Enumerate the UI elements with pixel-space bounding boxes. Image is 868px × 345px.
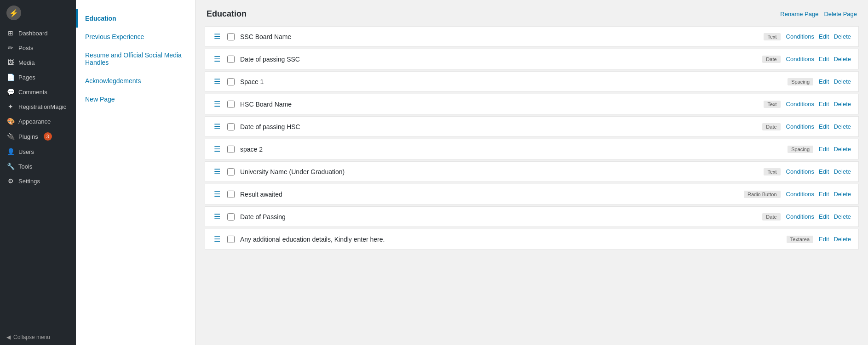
table-row: ☰ Any additional education details, Kind…	[205, 229, 859, 249]
field-type-badge: Spacing	[788, 78, 813, 85]
subnav-item-new-page[interactable]: New Page	[76, 90, 195, 108]
drag-handle-icon[interactable]: ☰	[213, 145, 222, 153]
field-type-badge: Text	[764, 101, 780, 108]
sidebar-item-label: Users	[18, 148, 34, 155]
conditions-link[interactable]: Conditions	[786, 168, 814, 175]
sidebar-item-label: Posts	[18, 45, 34, 51]
drag-handle-icon[interactable]: ☰	[213, 32, 222, 41]
delete-link[interactable]: Delete	[834, 213, 851, 220]
field-name-label: Result awaited	[240, 191, 736, 198]
field-actions: Conditions Edit Delete	[786, 123, 851, 130]
subnav-item-education[interactable]: Education	[76, 9, 195, 28]
conditions-link[interactable]: Conditions	[786, 123, 814, 130]
field-checkbox[interactable]	[227, 56, 235, 63]
conditions-link[interactable]: Conditions	[786, 101, 814, 107]
field-type-badge: Text	[764, 168, 780, 175]
conditions-link[interactable]: Conditions	[786, 191, 814, 198]
edit-link[interactable]: Edit	[819, 123, 829, 130]
sidebar-item-settings[interactable]: ⚙ Settings	[0, 174, 76, 188]
edit-link[interactable]: Edit	[819, 213, 829, 220]
edit-link[interactable]: Edit	[819, 101, 829, 107]
drag-handle-icon[interactable]: ☰	[213, 235, 222, 243]
collapse-label: Collapse menu	[13, 334, 50, 340]
plugins-icon: 🔌	[6, 133, 15, 140]
delete-link[interactable]: Delete	[834, 236, 851, 243]
sidebar-item-posts[interactable]: ✏ Posts	[0, 40, 76, 55]
page-title: Education	[207, 9, 247, 19]
drag-handle-icon[interactable]: ☰	[213, 100, 222, 108]
edit-link[interactable]: Edit	[819, 33, 829, 40]
edit-link[interactable]: Edit	[819, 146, 829, 153]
comments-icon: 💬	[6, 88, 15, 96]
sidebar-item-label: Tools	[18, 163, 32, 170]
drag-handle-icon[interactable]: ☰	[213, 167, 222, 176]
drag-handle-icon[interactable]: ☰	[213, 190, 222, 198]
field-actions: Edit Delete	[819, 146, 851, 153]
sidebar-item-appearance[interactable]: 🎨 Appearance	[0, 114, 76, 129]
delete-link[interactable]: Delete	[834, 78, 851, 85]
delete-link[interactable]: Delete	[834, 56, 851, 62]
conditions-link[interactable]: Conditions	[786, 213, 814, 220]
subnav-item-acknowlegdements[interactable]: Acknowlegdements	[76, 72, 195, 90]
drag-handle-icon[interactable]: ☰	[213, 77, 222, 86]
edit-link[interactable]: Edit	[819, 191, 829, 198]
field-type-badge: Date	[762, 213, 780, 221]
conditions-link[interactable]: Conditions	[786, 56, 814, 62]
sidebar-item-tools[interactable]: 🔧 Tools	[0, 159, 76, 174]
edit-link[interactable]: Edit	[819, 168, 829, 175]
wp-logo-icon: ⚡	[6, 6, 21, 20]
pages-icon: 📄	[6, 74, 15, 81]
sidebar-item-comments[interactable]: 💬 Comments	[0, 85, 76, 99]
field-checkbox[interactable]	[227, 78, 235, 85]
page-header: Education Rename Page Delete Page	[205, 9, 859, 19]
field-checkbox[interactable]	[227, 33, 235, 40]
appearance-icon: 🎨	[6, 118, 15, 125]
sidebar-item-label: Dashboard	[18, 30, 48, 37]
sidebar-item-label: Appearance	[18, 118, 51, 125]
field-checkbox[interactable]	[227, 101, 235, 108]
sidebar-item-registrationmagic[interactable]: ✦ RegistrationMagic	[0, 99, 76, 114]
edit-link[interactable]: Edit	[819, 78, 829, 85]
sidebar-item-media[interactable]: 🖼 Media	[0, 55, 76, 70]
collapse-menu[interactable]: ◀ Collapse menu	[0, 329, 76, 345]
delete-link[interactable]: Delete	[834, 146, 851, 153]
field-type-badge: Text	[764, 33, 780, 40]
field-name-label: Date of Passing	[240, 213, 754, 221]
delete-link[interactable]: Delete	[834, 33, 851, 40]
drag-handle-icon[interactable]: ☰	[213, 55, 222, 63]
rename-page-link[interactable]: Rename Page	[780, 11, 818, 17]
field-checkbox[interactable]	[227, 168, 235, 175]
field-name-label: HSC Board Name	[240, 101, 755, 108]
edit-link[interactable]: Edit	[819, 236, 829, 243]
delete-link[interactable]: Delete	[834, 123, 851, 130]
posts-icon: ✏	[6, 44, 15, 51]
edit-link[interactable]: Edit	[819, 56, 829, 62]
drag-handle-icon[interactable]: ☰	[213, 212, 222, 221]
sidebar-item-label: Pages	[18, 74, 35, 81]
field-checkbox[interactable]	[227, 191, 235, 198]
field-checkbox[interactable]	[227, 123, 235, 130]
field-name-label: Date of passing SSC	[240, 56, 754, 63]
delete-link[interactable]: Delete	[834, 168, 851, 175]
sidebar: ⚡ ⊞ Dashboard ✏ Posts 🖼 Media 📄 Pages 💬 …	[0, 0, 76, 345]
sidebar-item-label: Plugins	[18, 133, 38, 140]
field-checkbox[interactable]	[227, 146, 235, 153]
delete-link[interactable]: Delete	[834, 101, 851, 107]
field-type-badge: Textarea	[787, 236, 813, 243]
sidebar-item-pages[interactable]: 📄 Pages	[0, 70, 76, 85]
drag-handle-icon[interactable]: ☰	[213, 122, 222, 131]
delete-page-link[interactable]: Delete Page	[824, 11, 857, 17]
sidebar-item-plugins[interactable]: 🔌 Plugins 3	[0, 129, 76, 144]
sidebar-item-users[interactable]: 👤 Users	[0, 144, 76, 159]
field-checkbox[interactable]	[227, 213, 235, 221]
subnav-item-previous-experience[interactable]: Previous Experience	[76, 28, 195, 46]
sidebar-item-label: Settings	[18, 178, 40, 185]
table-row: ☰ Date of passing SSC Date Conditions Ed…	[205, 49, 859, 69]
sidebar-item-dashboard[interactable]: ⊞ Dashboard	[0, 26, 76, 40]
field-name-label: SSC Board Name	[240, 33, 755, 40]
conditions-link[interactable]: Conditions	[786, 33, 814, 40]
settings-icon: ⚙	[6, 177, 15, 185]
subnav-item-resume[interactable]: Resume and Official Social Media Handles	[76, 46, 195, 72]
field-checkbox[interactable]	[227, 236, 235, 243]
delete-link[interactable]: Delete	[834, 191, 851, 198]
